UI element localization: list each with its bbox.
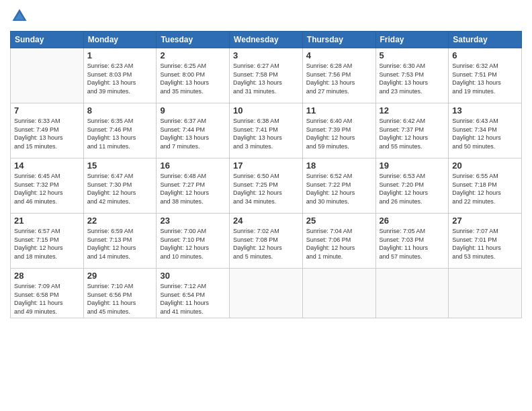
day-info: Sunrise: 6:27 AM Sunset: 7:58 PM Dayligh… bbox=[233, 62, 299, 95]
calendar-cell: 10Sunrise: 6:38 AM Sunset: 7:41 PM Dayli… bbox=[230, 103, 303, 158]
day-info: Sunrise: 6:23 AM Sunset: 8:03 PM Dayligh… bbox=[87, 62, 153, 95]
week-row-3: 14Sunrise: 6:45 AM Sunset: 7:32 PM Dayli… bbox=[11, 158, 522, 214]
calendar-header: SundayMondayTuesdayWednesdayThursdayFrid… bbox=[11, 32, 522, 48]
day-info: Sunrise: 6:35 AM Sunset: 7:46 PM Dayligh… bbox=[87, 117, 153, 150]
week-row-1: 1Sunrise: 6:23 AM Sunset: 8:03 PM Daylig… bbox=[11, 48, 522, 103]
calendar-cell bbox=[11, 48, 84, 103]
day-info: Sunrise: 6:50 AM Sunset: 7:25 PM Dayligh… bbox=[233, 172, 299, 205]
day-number: 2 bbox=[160, 50, 226, 60]
day-number: 7 bbox=[14, 105, 80, 116]
day-info: Sunrise: 6:40 AM Sunset: 7:39 PM Dayligh… bbox=[306, 117, 372, 150]
day-number: 13 bbox=[452, 105, 518, 116]
day-number: 8 bbox=[87, 105, 153, 116]
day-info: Sunrise: 6:42 AM Sunset: 7:37 PM Dayligh… bbox=[380, 117, 445, 150]
day-info: Sunrise: 6:48 AM Sunset: 7:27 PM Dayligh… bbox=[160, 172, 226, 205]
calendar-cell: 2Sunrise: 6:25 AM Sunset: 8:00 PM Daylig… bbox=[157, 48, 230, 103]
day-info: Sunrise: 7:04 AM Sunset: 7:06 PM Dayligh… bbox=[306, 227, 372, 261]
logo bbox=[10, 7, 32, 26]
day-number: 17 bbox=[233, 161, 299, 171]
day-number: 30 bbox=[160, 271, 226, 281]
day-number: 25 bbox=[306, 216, 372, 226]
day-info: Sunrise: 6:32 AM Sunset: 7:51 PM Dayligh… bbox=[452, 62, 518, 95]
day-number: 22 bbox=[87, 216, 153, 226]
day-header-friday: Friday bbox=[375, 32, 449, 48]
calendar-cell: 11Sunrise: 6:40 AM Sunset: 7:39 PM Dayli… bbox=[302, 103, 375, 158]
day-number: 18 bbox=[306, 161, 372, 171]
day-number: 4 bbox=[306, 50, 372, 60]
day-info: Sunrise: 6:45 AM Sunset: 7:32 PM Dayligh… bbox=[14, 172, 80, 205]
day-number: 14 bbox=[14, 161, 80, 171]
calendar-cell: 14Sunrise: 6:45 AM Sunset: 7:32 PM Dayli… bbox=[11, 158, 84, 214]
day-number: 27 bbox=[452, 216, 518, 226]
day-info: Sunrise: 7:02 AM Sunset: 7:08 PM Dayligh… bbox=[233, 227, 299, 261]
calendar-cell: 7Sunrise: 6:33 AM Sunset: 7:49 PM Daylig… bbox=[11, 103, 84, 158]
calendar-cell: 23Sunrise: 7:00 AM Sunset: 7:10 PM Dayli… bbox=[157, 214, 230, 269]
day-info: Sunrise: 6:59 AM Sunset: 7:13 PM Dayligh… bbox=[87, 227, 153, 261]
day-info: Sunrise: 6:25 AM Sunset: 8:00 PM Dayligh… bbox=[160, 62, 226, 95]
day-info: Sunrise: 6:47 AM Sunset: 7:30 PM Dayligh… bbox=[87, 172, 153, 205]
day-info: Sunrise: 7:05 AM Sunset: 7:03 PM Dayligh… bbox=[380, 227, 445, 261]
calendar-cell: 25Sunrise: 7:04 AM Sunset: 7:06 PM Dayli… bbox=[302, 214, 375, 269]
calendar-cell: 1Sunrise: 6:23 AM Sunset: 8:03 PM Daylig… bbox=[83, 48, 157, 103]
calendar-cell: 21Sunrise: 6:57 AM Sunset: 7:15 PM Dayli… bbox=[11, 214, 84, 269]
day-header-monday: Monday bbox=[83, 32, 157, 48]
calendar-cell: 12Sunrise: 6:42 AM Sunset: 7:37 PM Dayli… bbox=[375, 103, 449, 158]
calendar-cell: 16Sunrise: 6:48 AM Sunset: 7:27 PM Dayli… bbox=[157, 158, 230, 214]
calendar-cell: 4Sunrise: 6:28 AM Sunset: 7:56 PM Daylig… bbox=[302, 48, 375, 103]
calendar-cell bbox=[449, 269, 522, 318]
day-info: Sunrise: 7:12 AM Sunset: 6:54 PM Dayligh… bbox=[160, 282, 226, 316]
day-number: 15 bbox=[87, 161, 153, 171]
day-header-wednesday: Wednesday bbox=[230, 32, 303, 48]
calendar-cell: 26Sunrise: 7:05 AM Sunset: 7:03 PM Dayli… bbox=[375, 214, 449, 269]
calendar-cell bbox=[302, 269, 375, 318]
day-number: 5 bbox=[380, 50, 445, 60]
week-row-5: 28Sunrise: 7:09 AM Sunset: 6:58 PM Dayli… bbox=[11, 269, 522, 318]
day-info: Sunrise: 6:55 AM Sunset: 7:18 PM Dayligh… bbox=[452, 172, 518, 205]
day-info: Sunrise: 6:52 AM Sunset: 7:22 PM Dayligh… bbox=[306, 172, 372, 205]
week-row-4: 21Sunrise: 6:57 AM Sunset: 7:15 PM Dayli… bbox=[11, 214, 522, 269]
calendar-cell: 18Sunrise: 6:52 AM Sunset: 7:22 PM Dayli… bbox=[302, 158, 375, 214]
calendar-cell: 30Sunrise: 7:12 AM Sunset: 6:54 PM Dayli… bbox=[157, 269, 230, 318]
day-info: Sunrise: 6:37 AM Sunset: 7:44 PM Dayligh… bbox=[160, 117, 226, 150]
calendar-cell: 3Sunrise: 6:27 AM Sunset: 7:58 PM Daylig… bbox=[230, 48, 303, 103]
calendar-cell: 17Sunrise: 6:50 AM Sunset: 7:25 PM Dayli… bbox=[230, 158, 303, 214]
calendar-cell: 22Sunrise: 6:59 AM Sunset: 7:13 PM Dayli… bbox=[83, 214, 157, 269]
calendar-cell: 24Sunrise: 7:02 AM Sunset: 7:08 PM Dayli… bbox=[230, 214, 303, 269]
calendar-cell: 6Sunrise: 6:32 AM Sunset: 7:51 PM Daylig… bbox=[449, 48, 522, 103]
day-info: Sunrise: 7:10 AM Sunset: 6:56 PM Dayligh… bbox=[87, 282, 153, 316]
day-header-thursday: Thursday bbox=[302, 32, 375, 48]
day-number: 23 bbox=[160, 216, 226, 226]
day-number: 26 bbox=[380, 216, 445, 226]
day-number: 29 bbox=[87, 271, 153, 281]
day-number: 3 bbox=[233, 50, 299, 60]
header bbox=[10, 7, 522, 26]
day-info: Sunrise: 7:00 AM Sunset: 7:10 PM Dayligh… bbox=[160, 227, 226, 261]
calendar-cell: 5Sunrise: 6:30 AM Sunset: 7:53 PM Daylig… bbox=[375, 48, 449, 103]
day-number: 20 bbox=[452, 161, 518, 171]
day-number: 21 bbox=[14, 216, 80, 226]
day-number: 16 bbox=[160, 161, 226, 171]
day-info: Sunrise: 6:28 AM Sunset: 7:56 PM Dayligh… bbox=[306, 62, 372, 95]
calendar-cell bbox=[375, 269, 449, 318]
day-header-row: SundayMondayTuesdayWednesdayThursdayFrid… bbox=[11, 32, 522, 48]
calendar-body: 1Sunrise: 6:23 AM Sunset: 8:03 PM Daylig… bbox=[11, 48, 522, 318]
week-row-2: 7Sunrise: 6:33 AM Sunset: 7:49 PM Daylig… bbox=[11, 103, 522, 158]
day-number: 11 bbox=[306, 105, 372, 116]
calendar-cell bbox=[230, 269, 303, 318]
calendar-cell: 29Sunrise: 7:10 AM Sunset: 6:56 PM Dayli… bbox=[83, 269, 157, 318]
calendar-cell: 20Sunrise: 6:55 AM Sunset: 7:18 PM Dayli… bbox=[449, 158, 522, 214]
day-number: 6 bbox=[452, 50, 518, 60]
day-info: Sunrise: 7:09 AM Sunset: 6:58 PM Dayligh… bbox=[14, 282, 80, 316]
day-header-tuesday: Tuesday bbox=[157, 32, 230, 48]
calendar-cell: 15Sunrise: 6:47 AM Sunset: 7:30 PM Dayli… bbox=[83, 158, 157, 214]
day-number: 28 bbox=[14, 271, 80, 281]
page: SundayMondayTuesdayWednesdayThursdayFrid… bbox=[0, 0, 532, 411]
calendar-table: SundayMondayTuesdayWednesdayThursdayFrid… bbox=[10, 31, 522, 318]
day-info: Sunrise: 6:30 AM Sunset: 7:53 PM Dayligh… bbox=[380, 62, 445, 95]
day-info: Sunrise: 6:53 AM Sunset: 7:20 PM Dayligh… bbox=[380, 172, 445, 205]
day-header-sunday: Sunday bbox=[11, 32, 84, 48]
day-info: Sunrise: 7:07 AM Sunset: 7:01 PM Dayligh… bbox=[452, 227, 518, 261]
calendar-cell: 8Sunrise: 6:35 AM Sunset: 7:46 PM Daylig… bbox=[83, 103, 157, 158]
calendar-cell: 19Sunrise: 6:53 AM Sunset: 7:20 PM Dayli… bbox=[375, 158, 449, 214]
calendar-cell: 9Sunrise: 6:37 AM Sunset: 7:44 PM Daylig… bbox=[157, 103, 230, 158]
